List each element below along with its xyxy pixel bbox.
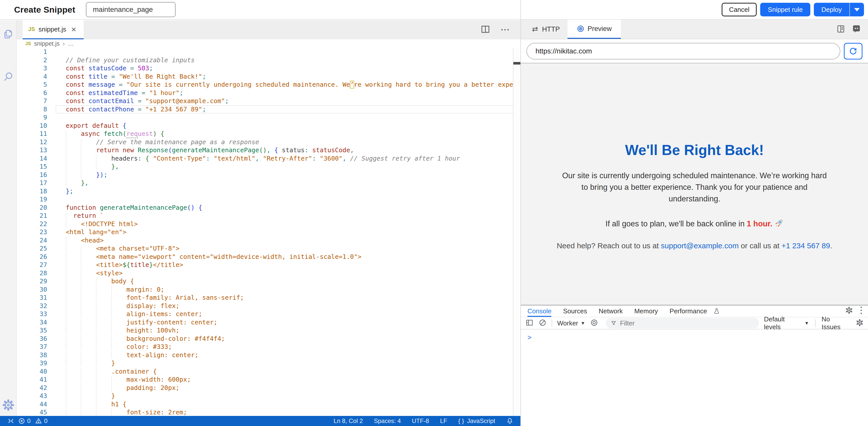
code-line[interactable]: 34 justify-content: center; (17, 318, 520, 327)
execution-context-selector[interactable]: Worker▼ (557, 319, 585, 327)
devtools-tab-sources[interactable]: Sources (563, 306, 587, 317)
code-line[interactable]: 3const statusCode = 503; (17, 64, 520, 73)
encoding-setting[interactable]: UTF-8 (412, 418, 429, 425)
clear-console-icon[interactable] (538, 319, 547, 328)
breadcrumb-more[interactable]: … (68, 40, 74, 47)
code-line[interactable]: 13 return new Response(generateMaintenan… (17, 146, 520, 154)
devtools-tab-network[interactable]: Network (599, 306, 623, 317)
code-line[interactable]: 1 (17, 48, 520, 56)
line-number: 6 (17, 89, 56, 97)
code-line[interactable]: 18}; (17, 187, 520, 196)
tab-http[interactable]: HTTP (523, 20, 567, 39)
code-line[interactable]: 42 padding: 20px; (17, 384, 520, 392)
code-line[interactable]: 27 <title>${title}</title> (17, 261, 520, 269)
log-levels-selector[interactable]: Default levels▼ (764, 315, 809, 331)
console-settings-gear-icon[interactable] (856, 319, 864, 328)
close-tab-icon[interactable]: × (71, 25, 76, 33)
code-line[interactable]: 17 }, (17, 179, 520, 187)
more-actions-icon[interactable] (501, 27, 509, 32)
code-line[interactable]: 20function generateMaintenancePage() { (17, 204, 520, 212)
discord-icon[interactable] (852, 24, 861, 34)
cancel-button[interactable]: Cancel (722, 3, 757, 17)
devtools-tab-console[interactable]: Console (527, 306, 551, 317)
code-line[interactable]: 10export default { (17, 122, 520, 130)
code-line[interactable]: 44 h1 { (17, 400, 520, 408)
code-line[interactable]: 25 <meta charset="UTF-8"> (17, 245, 520, 253)
issues-counter[interactable]: No Issues (822, 315, 850, 331)
deploy-dropdown-button[interactable] (850, 3, 864, 17)
code-editor[interactable]: 12// Define your customizable inputs3con… (17, 48, 520, 416)
editor-scrollbar[interactable] (513, 48, 520, 416)
search-icon[interactable] (0, 68, 17, 86)
code-line[interactable]: 26 <meta name="viewport" content="width=… (17, 253, 520, 261)
live-expression-eye-icon[interactable] (590, 319, 598, 328)
problems-indicator[interactable]: 0 0 (18, 418, 48, 425)
url-input[interactable] (526, 43, 840, 59)
settings-gear-icon[interactable] (0, 396, 17, 414)
code-line[interactable]: 37 color: #333; (17, 343, 520, 351)
phone-link[interactable]: +1 234 567 89 (782, 242, 830, 250)
code-line[interactable]: 38 text-align: center; (17, 351, 520, 360)
support-email-link[interactable]: support@example.com (661, 242, 739, 250)
breadcrumb-file[interactable]: snippet.js (34, 40, 59, 47)
code-line[interactable]: 41 max-width: 600px; (17, 376, 520, 384)
indentation-setting[interactable]: Spaces: 4 (374, 418, 401, 425)
page-title: Create Snippet (14, 5, 75, 15)
code-line[interactable]: 7const contactEmail = "support@example.c… (17, 97, 520, 105)
code-line[interactable]: 4const title = "We'll Be Right Back!"; (17, 73, 520, 81)
console-filter[interactable] (606, 318, 759, 329)
console-sidebar-toggle-icon[interactable] (525, 319, 533, 328)
filter-input[interactable] (620, 319, 754, 327)
split-editor-icon[interactable] (480, 25, 490, 34)
code-line[interactable]: 29 body { (17, 277, 520, 286)
code-line[interactable]: 12 // Serve the maintenance page as a re… (17, 138, 520, 146)
devtools-tab-performance[interactable]: Performance (670, 306, 707, 317)
cursor-position[interactable]: Ln 8, Col 2 (334, 418, 363, 425)
refresh-button[interactable] (844, 43, 863, 59)
code-line[interactable]: 8const contactPhone = "+1 234 567 89"; (17, 105, 520, 114)
notifications-bell-icon[interactable] (506, 418, 513, 425)
code-line[interactable]: 5const message = "Our site is currently … (17, 81, 520, 89)
code-line[interactable]: 9 (17, 113, 520, 122)
devtools-menu-dots-icon[interactable] (860, 306, 863, 316)
code-line[interactable]: 31 font-family: Arial, sans-serif; (17, 294, 520, 302)
tab-snippet-js[interactable]: JS snippet.js × (23, 20, 84, 39)
code-line[interactable]: 15 }, (17, 163, 520, 171)
code-line[interactable]: 6const estimatedTime = "1 hour"; (17, 89, 520, 97)
docs-book-icon[interactable] (836, 24, 845, 34)
code-line[interactable]: 14 headers: { "Content-Type": "text/html… (17, 154, 520, 163)
tab-preview[interactable]: Preview (567, 20, 621, 39)
code-line[interactable]: 21 return ` (17, 212, 520, 220)
line-number: 7 (17, 97, 56, 105)
code-line[interactable]: 23<html lang="en"> (17, 228, 520, 236)
code-line[interactable]: 36 background-color: #f4f4f4; (17, 335, 520, 343)
code-line[interactable]: 24 <head> (17, 236, 520, 245)
deploy-button[interactable]: Deploy (814, 3, 850, 17)
files-icon[interactable] (0, 25, 17, 43)
code-line[interactable]: 35 height: 100vh; (17, 326, 520, 335)
snippet-name-input[interactable] (86, 2, 176, 17)
code-line[interactable]: 28 <style> (17, 269, 520, 278)
code-line[interactable]: 33 align-items: center; (17, 310, 520, 318)
devtools-tab-memory[interactable]: Memory (634, 306, 658, 317)
code-line[interactable]: 40 .container { (17, 368, 520, 376)
breadcrumb[interactable]: JS snippet.js › … (17, 39, 520, 48)
eol-setting[interactable]: LF (440, 418, 447, 425)
snippet-rule-button[interactable]: Snippet rule (760, 3, 810, 17)
console-prompt[interactable]: > (527, 334, 531, 341)
line-number: 44 (17, 400, 56, 408)
code-line[interactable]: 16 }); (17, 171, 520, 179)
devtools-settings-gear-icon[interactable] (845, 307, 853, 316)
language-mode[interactable]: { } JavaScript (458, 418, 495, 425)
code-line[interactable]: 19 (17, 195, 520, 204)
code-line[interactable]: 2// Define your customizable inputs (17, 56, 520, 64)
code-line[interactable]: 22 <!DOCTYPE html> (17, 220, 520, 228)
code-line[interactable]: 11 async fetch(request) { (17, 130, 520, 138)
remote-indicator-icon[interactable] (7, 417, 14, 425)
console-output[interactable]: > (521, 330, 868, 342)
code-line[interactable]: 39 } (17, 359, 520, 368)
code-line[interactable]: 45 font-size: 2rem; (17, 408, 520, 416)
code-line[interactable]: 32 display: flex; (17, 302, 520, 310)
code-line[interactable]: 43 } (17, 392, 520, 400)
code-line[interactable]: 30 margin: 0; (17, 286, 520, 294)
